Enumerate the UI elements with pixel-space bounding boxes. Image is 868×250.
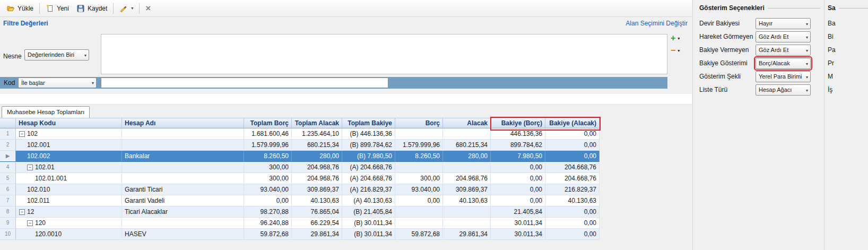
account-code: 102.01.001 [35,173,67,184]
chevron-down-icon: ▾ [678,36,680,41]
new-document-icon [46,4,54,13]
display-option-label: Hareket Görmeyen [699,33,753,40]
cell-alacak [443,128,491,140]
cell-name [122,140,244,151]
tree-collapse-icon[interactable]: − [19,131,25,137]
right-edge-panel-title: Sa [828,4,836,12]
cell-borc: 300,00 [395,173,443,184]
truncated-field-label: İş [828,84,836,96]
display-option-value: Hesap Ağacı [759,87,792,93]
delete-button[interactable]: × [142,2,154,15]
column-header-bakiye_borc[interactable]: Bakiye (Borç) [491,118,545,128]
display-option-select[interactable]: Göz Ardı Et▾ [756,31,811,42]
account-code: 120.0010 [35,229,62,239]
cell-toplam_alacak: 280,00 [292,151,342,162]
toolbar: Yükle Yeni Kaydet ▾ × [0,0,692,17]
cell-name [122,173,244,184]
row-indicator: 1 [0,128,16,140]
cell-toplam_bakiye: (A) 216.829,37 [342,184,395,195]
kod-input[interactable] [101,77,388,88]
load-icon [6,4,15,13]
display-option-value: Hayır [759,20,772,27]
table-row[interactable]: 6102.010Garanti Ticari93.040,00309.869,3… [0,184,600,195]
cell-alacak: 204.968,76 [443,173,491,184]
cell-bakiye_alacak: 0,00 [545,140,600,151]
cell-code: 102.001 [16,140,122,151]
truncated-field-label: M [828,71,836,82]
cell-code: −120 [16,218,122,229]
cell-name: Garanti Ticari [122,184,244,195]
row-indicator: 9 [0,218,16,229]
row-indicator: ▶ [0,151,16,162]
account-code: 12 [27,206,34,217]
chevron-down-icon: ▾ [678,48,680,53]
vertical-divider [824,0,824,250]
cell-alacak [443,218,491,229]
tab-muhasebe-hesap-toplamlari[interactable]: Muhasebe Hesap Toplamları [2,106,90,118]
cell-toplam_alacak: 680.215,34 [292,140,342,151]
display-option-select[interactable]: Borç/Alacak▾ [756,58,811,69]
kod-operator-select[interactable]: İle başlar ▾ [18,77,97,88]
remove-value-button[interactable]: − ▾ [671,46,680,55]
change-field-selection-link[interactable]: Alan Seçimini Değiştir [626,20,688,27]
grid-body: 1−1021.681.600,461.235.464,10(B) 446.136… [0,128,600,240]
table-row[interactable]: 8−12Ticari Alacaklar98.270,8876.865,04(B… [0,206,600,218]
load-button[interactable]: Yükle [3,2,37,15]
add-value-button[interactable]: + ▾ [671,34,680,42]
clear-filter-button[interactable]: ▾ [116,2,137,15]
column-header-toplam_borc[interactable]: Toplam Borç [244,118,292,128]
filter-values-box[interactable] [101,34,667,74]
table-row[interactable]: 4−102.01300,00204.968,76(A) 204.668,760,… [0,162,600,173]
new-button[interactable]: Yeni [42,2,73,15]
truncated-field-label: Pa [828,45,836,56]
row-indicator: 4 [0,162,16,173]
cell-code: −102.01 [16,162,122,173]
display-option-row: Bakiye GösterimiBorç/Alacak▾ [699,58,819,69]
title-rule [768,8,820,8]
tree-collapse-icon[interactable]: − [19,209,25,215]
table-row[interactable]: 1−1021.681.600,461.235.464,10(B) 446.136… [0,128,600,140]
column-header-toplam_alacak[interactable]: Toplam Alacak [292,118,342,128]
cell-toplam_borc: 1.681.600,46 [244,128,292,140]
table-row[interactable]: ▶102.002Bankalar8.260,50280,00(B) 7.980,… [0,151,600,162]
display-option-select[interactable]: Yerel Para Birimi▾ [756,71,811,82]
column-header-bakiye_alacak[interactable]: Bakiye (Alacak) [545,118,600,128]
table-row[interactable]: 10120.0010HASEV59.872,6829.861,34(B) 30.… [0,229,600,240]
column-header-toplam_bakiye[interactable]: Toplam Bakiye [342,118,395,128]
cell-toplam_bakiye: (B) 446.136,36 [342,128,395,140]
display-option-row: Liste TürüHesap Ağacı▾ [699,84,819,96]
cell-toplam_alacak: 309.869,37 [292,184,342,195]
cell-borc: 93.040,00 [395,184,443,195]
chevron-down-icon: ▾ [806,19,808,29]
column-header-alacak[interactable]: Alacak [443,118,491,128]
cell-code: 102.002 [16,151,122,162]
tree-collapse-icon[interactable]: − [27,220,33,226]
column-header-borc[interactable]: Borç [395,118,443,128]
display-option-select[interactable]: Göz Ardı Et▾ [756,45,811,56]
tree-collapse-icon[interactable]: − [27,165,33,170]
display-option-select[interactable]: Hesap Ağacı▾ [756,84,811,96]
right-edge-labels: BaBiPaPrMİş [828,18,836,98]
table-row[interactable]: 7102.011Garanti Vadeli0,0040.130,63(A) 4… [0,195,600,206]
kod-filter-bar: Kod İle başlar ▾ [0,77,667,89]
cell-alacak: 29.861,34 [443,229,491,240]
plus-icon: + [671,34,675,42]
display-option-value: Göz Ardı Et [759,47,788,53]
table-row[interactable]: 5102.01.001300,00204.968,76(A) 204.668,7… [0,173,600,184]
table-row[interactable]: 9−12096.240,8866.229,54(B) 30.011,3430.0… [0,218,600,229]
title-rule [839,8,868,8]
cell-toplam_alacak: 29.861,34 [292,229,342,240]
display-option-row: Gösterim ŞekliYerel Para Birimi▾ [699,71,819,82]
column-header-code[interactable]: Hesap Kodu [16,118,122,128]
cell-toplam_borc: 300,00 [244,162,292,173]
truncated-field-label: Bi [828,31,836,42]
nesne-operator-select[interactable]: Değerlerinden Biri ▾ [24,49,89,61]
save-button[interactable]: Kaydet [73,2,111,15]
cell-bakiye_alacak: 204.668,76 [545,162,600,173]
cell-toplam_alacak: 40.130,63 [292,195,342,206]
cell-borc [395,162,443,173]
cell-bakiye_borc: 0,00 [491,195,545,206]
column-header-name[interactable]: Hesap Adı [122,118,244,128]
table-row[interactable]: 2102.0011.579.999,96680.215,34(B) 899.78… [0,140,600,151]
display-option-select[interactable]: Hayır▾ [756,18,811,29]
